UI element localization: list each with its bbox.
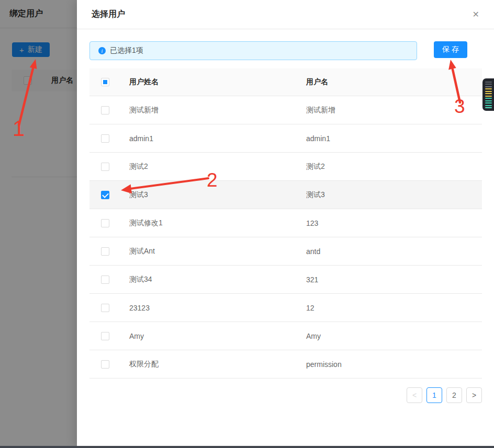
widget-meter-bar [485,82,492,83]
cell-user-name: 测试3 [129,190,306,200]
cell-user-name: 测试Ant [129,247,306,256]
row-checkbox[interactable] [101,304,109,312]
user-table: 用户姓名 用户名 测试新增测试新增admin1admin1测试2测试2测试3测试… [89,68,482,378]
save-button[interactable]: 保 存 [434,41,467,58]
cell-username: admin1 [306,134,482,143]
row-checkbox-cell [89,106,129,114]
row-checkbox-cell [89,191,129,199]
cell-user-name: admin1 [129,134,306,143]
select-all-checkbox[interactable] [101,78,109,86]
row-checkbox[interactable] [101,106,109,114]
table-row[interactable]: 测试2测试2 [89,153,482,181]
row-checkbox[interactable] [101,191,109,199]
row-checkbox[interactable] [101,163,109,171]
cell-username: Amy [306,332,482,340]
widget-meter-bar [485,98,492,99]
row-checkbox[interactable] [101,332,109,340]
cell-username: 12 [306,304,482,312]
table-row[interactable]: 测试新增测试新增 [89,96,482,124]
row-checkbox[interactable] [101,247,109,256]
widget-meter-bar [485,88,492,89]
header-checkbox-cell [89,78,129,86]
table-row[interactable]: 测试修改1123 [89,209,482,237]
cell-user-name: 权限分配 [129,360,306,369]
pagination: <12> [89,387,482,403]
select-user-drawer: 选择用户 ✕ i 已选择1项 保 存 用户姓名 用户名 测试新增测试 [77,0,494,446]
pagination-page-2[interactable]: 2 [446,387,462,403]
cell-username: permission [306,360,482,369]
browser-extension-widget[interactable] [482,78,494,111]
drawer-title: 选择用户 [92,9,470,20]
user-table-body: 测试新增测试新增admin1admin1测试2测试2测试3测试3测试修改1123… [89,96,482,378]
cell-username: 测试2 [306,162,482,171]
cell-user-name: 测试2 [129,162,306,171]
table-row[interactable]: 2312312 [89,294,482,322]
table-header-row: 用户姓名 用户名 [89,68,482,96]
widget-meter-bar [485,105,492,106]
widget-meter-bar [485,107,492,108]
widget-meter-bar [485,84,492,85]
cell-user-name: Amy [129,332,306,340]
table-row[interactable]: 测试3测试3 [89,181,482,209]
row-checkbox[interactable] [101,360,109,369]
selection-alert: i 已选择1项 [89,41,417,60]
selection-alert-text: 已选择1项 [110,46,143,55]
drawer-body: i 已选择1项 保 存 用户姓名 用户名 测试新增测试新增admin1admin… [77,29,494,403]
row-checkbox-cell [89,304,129,312]
row-checkbox-cell [89,163,129,171]
column-header-name: 用户姓名 [129,77,306,87]
row-checkbox[interactable] [101,219,109,227]
row-checkbox-cell [89,360,129,369]
widget-meter-bar [485,86,492,87]
table-row[interactable]: admin1admin1 [89,124,482,153]
pagination-page-1[interactable]: 1 [426,387,442,403]
cell-username: 123 [306,219,482,227]
row-checkbox-cell [89,247,129,256]
widget-meter-bar [485,91,492,92]
pagination-next-button[interactable]: > [466,387,482,403]
cell-username: antd [306,247,482,256]
window-bottom-edge [0,446,494,448]
row-checkbox-cell [89,275,129,284]
widget-meter-bar [485,100,492,101]
table-row[interactable]: 测试Antantd [89,237,482,266]
row-checkbox[interactable] [101,275,109,284]
row-checkbox-cell [89,219,129,227]
row-checkbox-cell [89,332,129,340]
row-checkbox[interactable] [101,134,109,143]
pagination-prev-button[interactable]: < [407,387,422,403]
cell-username: 321 [306,275,482,284]
cell-user-name: 测试修改1 [129,219,306,228]
widget-meter-bar [485,102,492,104]
close-icon[interactable]: ✕ [470,8,481,21]
drawer-header: 选择用户 ✕ [77,0,494,29]
table-row[interactable]: 权限分配permission [89,350,482,378]
widget-meter-bar [485,93,492,94]
cell-user-name: 23123 [129,304,306,312]
info-icon: i [98,47,106,54]
cell-username: 测试新增 [306,106,482,115]
toolbar: i 已选择1项 保 存 [89,41,481,60]
drawer-mask[interactable] [0,0,77,446]
cell-user-name: 测试34 [129,275,306,284]
table-row[interactable]: AmyAmy [89,322,482,350]
row-checkbox-cell [89,134,129,143]
table-row[interactable]: 测试34321 [89,266,482,294]
column-header-username: 用户名 [306,77,482,87]
cell-username: 测试3 [306,190,482,200]
screen: 绑定用户 + 新建 用户名 选择用户 ✕ i 已选择1项 保 存 [0,0,494,448]
cell-user-name: 测试新增 [129,106,306,115]
widget-meter-bar [485,96,492,97]
